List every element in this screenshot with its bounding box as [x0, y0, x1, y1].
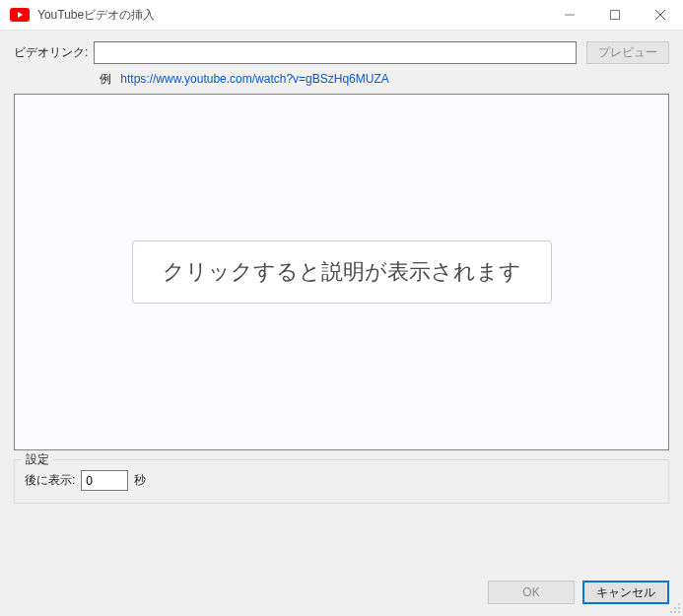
preview-area: クリックすると説明が表示されます — [14, 94, 669, 450]
window-controls — [547, 0, 683, 30]
video-link-label: ビデオリンク: — [14, 44, 88, 61]
settings-group: 設定 後に表示: 秒 — [14, 459, 669, 504]
svg-point-7 — [674, 607, 676, 609]
video-link-row: ビデオリンク: プレビュー — [14, 41, 669, 64]
window-title: YouTubeビデオの挿入 — [37, 6, 547, 24]
youtube-icon — [10, 8, 30, 22]
example-line: 例 https://www.youtube.com/watch?v=gBSzHq… — [100, 71, 669, 88]
show-after-label: 後に表示: — [25, 472, 75, 489]
svg-rect-3 — [611, 11, 620, 20]
cancel-button[interactable]: キャンセル — [582, 581, 669, 604]
preview-placeholder-button[interactable]: クリックすると説明が表示されます — [132, 240, 552, 304]
svg-point-10 — [674, 611, 676, 613]
svg-point-11 — [678, 611, 680, 613]
show-after-row: 後に表示: 秒 — [25, 470, 658, 491]
dialog-buttons: OK キャンセル — [488, 581, 669, 604]
dialog-body: ビデオリンク: プレビュー 例 https://www.youtube.com/… — [0, 31, 683, 616]
example-label: 例 — [100, 72, 111, 86]
titlebar: YouTubeビデオの挿入 — [0, 0, 683, 31]
resize-grip-icon[interactable] — [667, 600, 681, 614]
ok-button[interactable]: OK — [488, 581, 575, 604]
settings-legend: 設定 — [22, 451, 53, 468]
maximize-button[interactable] — [592, 0, 638, 30]
seconds-suffix: 秒 — [134, 472, 146, 489]
show-after-input[interactable] — [81, 470, 128, 491]
example-link[interactable]: https://www.youtube.com/watch?v=gBSzHq6M… — [120, 72, 388, 86]
preview-button[interactable]: プレビュー — [586, 41, 669, 64]
svg-point-9 — [670, 611, 672, 613]
svg-point-8 — [678, 607, 680, 609]
close-button[interactable] — [638, 0, 683, 30]
minimize-button[interactable] — [547, 0, 592, 30]
video-link-input[interactable] — [94, 41, 577, 64]
svg-point-6 — [678, 603, 680, 605]
